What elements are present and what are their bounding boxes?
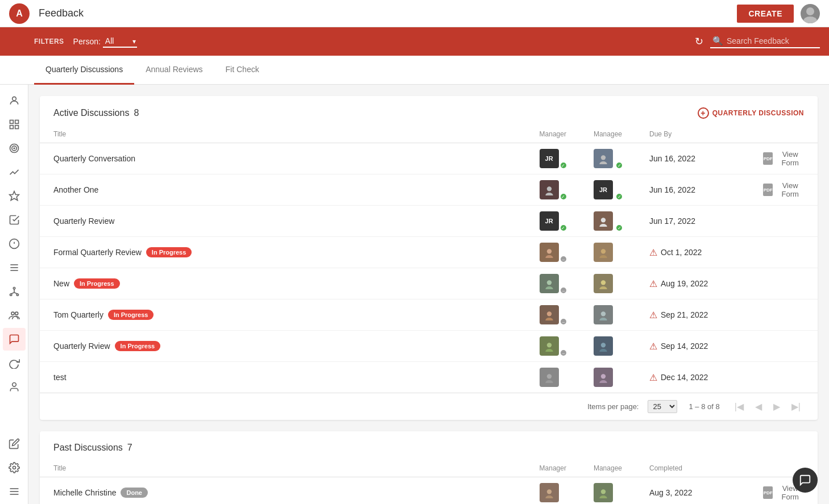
sidebar-item-alerts[interactable] — [3, 232, 26, 255]
table-row: Tom Quarterly In Progress – — [40, 299, 818, 331]
svg-point-46 — [601, 311, 606, 316]
sidebar-item-profile[interactable] — [3, 376, 26, 398]
svg-point-57 — [545, 495, 553, 498]
last-page-button[interactable]: ▶| — [788, 400, 804, 413]
svg-point-45 — [545, 318, 553, 320]
check-icon: ✓ — [615, 193, 623, 201]
svg-point-25 — [12, 383, 16, 387]
sidebar-item-cycle[interactable] — [3, 352, 26, 374]
col-due-by: Due By — [636, 126, 749, 143]
create-button[interactable]: CREATE — [737, 5, 794, 23]
table-row: New In Progress – — [40, 268, 818, 299]
sidebar-item-team[interactable] — [3, 304, 26, 327]
partial-icon: – — [559, 286, 567, 294]
title-cell: Quarterly Conversation — [53, 154, 512, 163]
managee-avatar — [594, 274, 622, 293]
next-page-button[interactable]: ▶ — [770, 400, 784, 413]
svg-point-59 — [599, 495, 607, 498]
sidebar-item-tasks[interactable] — [3, 209, 26, 231]
svg-point-39 — [599, 255, 607, 258]
sidebar-item-org[interactable] — [3, 280, 26, 303]
sidebar-item-grid[interactable] — [3, 113, 26, 136]
svg-point-40 — [546, 280, 551, 285]
managee-avatar: JR ✓ — [594, 180, 622, 199]
sidebar-item-people[interactable] — [3, 89, 26, 112]
table-row: test — [40, 362, 818, 393]
search-icon: 🔍 — [712, 36, 723, 46]
person-select[interactable]: All Me — [103, 35, 137, 48]
overdue-icon: ⚠ — [649, 247, 657, 258]
page-range: 1 – 8 of 8 — [689, 402, 719, 411]
svg-point-44 — [546, 311, 551, 316]
tab-fit-check[interactable]: Fit Check — [214, 56, 271, 85]
pdf-icon: PDF — [763, 152, 773, 165]
status-badge: Done — [121, 488, 148, 498]
chat-bubble-button[interactable] — [793, 468, 818, 493]
sidebar-item-analytics[interactable] — [3, 161, 26, 184]
user-avatar[interactable] — [801, 4, 820, 23]
partial-icon: – — [559, 255, 567, 263]
col-completed: Completed — [636, 460, 749, 477]
items-per-page-label: Items per page: — [587, 402, 639, 411]
svg-point-26 — [13, 466, 15, 469]
pagination: Items per page: 25 50 100 1 – 8 of 8 |◀ … — [40, 393, 818, 420]
check-icon: ✓ — [559, 193, 567, 201]
pdf-icon: PDF — [763, 184, 773, 196]
svg-point-52 — [546, 374, 551, 378]
view-form-button[interactable]: PDF View Form — [763, 150, 804, 167]
svg-point-55 — [599, 380, 607, 383]
svg-point-9 — [14, 148, 15, 149]
check-icon: ✓ — [615, 161, 623, 169]
check-icon: ✓ — [559, 161, 567, 169]
sidebar-item-reports[interactable] — [3, 256, 26, 279]
col-manager: Manager — [526, 460, 580, 477]
active-section-header: Active Discussions 8 + QUARTERLY DISCUSS… — [40, 96, 818, 126]
tab-quarterly-discussions[interactable]: Quarterly Discussions — [34, 56, 134, 85]
svg-rect-4 — [15, 120, 18, 124]
svg-point-33 — [545, 193, 553, 195]
content-area: Active Discussions 8 + QUARTERLY DISCUSS… — [28, 85, 829, 504]
partial-icon: – — [559, 349, 567, 357]
svg-point-36 — [546, 249, 551, 253]
managee-avatar: ✓ — [594, 211, 622, 231]
manager-avatar: ✓ — [540, 180, 566, 199]
first-page-button[interactable]: |◀ — [731, 400, 747, 413]
svg-point-34 — [601, 218, 606, 222]
svg-point-35 — [599, 224, 607, 227]
sidebar-item-feedback[interactable] — [3, 328, 26, 351]
manager-avatar: – — [540, 305, 566, 324]
svg-point-19 — [16, 294, 18, 295]
manager-avatar: – — [540, 274, 566, 293]
sidebar-item-settings[interactable] — [3, 456, 26, 479]
svg-point-30 — [601, 155, 606, 160]
overdue-icon: ⚠ — [649, 341, 657, 352]
svg-rect-5 — [10, 126, 13, 129]
sidebar-item-goals[interactable] — [3, 137, 26, 160]
new-quarterly-discussion-button[interactable]: + QUARTERLY DISCUSSION — [698, 107, 804, 119]
refresh-button[interactable]: ↻ — [695, 35, 703, 48]
svg-line-22 — [14, 293, 18, 294]
overdue-icon: ⚠ — [649, 310, 657, 320]
managee-avatar — [594, 243, 622, 262]
svg-marker-10 — [9, 191, 19, 201]
active-discussions-table: Title Manager Managee Due By Quarterly C… — [40, 126, 818, 393]
main-layout: Active Discussions 8 + QUARTERLY DISCUSS… — [0, 85, 829, 504]
sidebar-item-menu[interactable] — [3, 480, 26, 503]
svg-point-2 — [12, 97, 16, 101]
svg-point-49 — [545, 349, 553, 352]
svg-point-24 — [15, 312, 18, 315]
view-form-button[interactable]: PDF View Form — [763, 181, 804, 198]
svg-point-51 — [599, 349, 607, 352]
sidebar-item-performance[interactable] — [3, 185, 26, 207]
plus-circle-icon: + — [698, 107, 709, 119]
prev-page-button[interactable]: ◀ — [752, 400, 765, 413]
svg-point-47 — [599, 318, 607, 320]
per-page-select[interactable]: 25 50 100 — [648, 400, 677, 413]
search-input[interactable] — [727, 36, 818, 45]
svg-rect-3 — [10, 120, 13, 124]
svg-point-32 — [546, 186, 551, 191]
app-logo[interactable]: A — [9, 3, 30, 24]
sidebar-item-edit[interactable] — [3, 432, 26, 455]
manager-avatar: JR ✓ — [540, 149, 566, 168]
tab-annual-reviews[interactable]: Annual Reviews — [134, 56, 214, 85]
